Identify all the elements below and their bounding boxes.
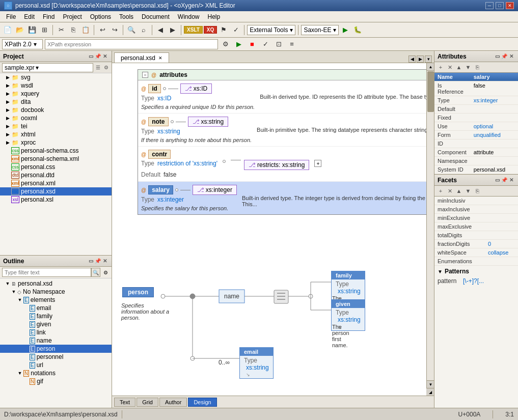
validate-button[interactable]: ⚑	[218, 24, 229, 36]
tree-ooxml[interactable]: ▶ 📁 ooxml	[0, 114, 112, 122]
tree-wsdl[interactable]: ▶ 📁 wsdl	[0, 81, 112, 90]
tab-design[interactable]: Design	[188, 398, 216, 407]
external-tools-dropdown[interactable]: External Tools ▾	[247, 25, 295, 35]
outline-settings-button[interactable]: ⚙	[101, 268, 110, 276]
menu-document[interactable]: Document	[138, 12, 174, 21]
attr-add-button[interactable]: +	[437, 63, 445, 71]
copy-button[interactable]: ⎘	[68, 24, 79, 36]
outline-notations[interactable]: ▼ N notations	[0, 369, 112, 377]
attr-row-use[interactable]: Use optional	[434, 122, 518, 131]
canvas-scroll-area[interactable]: − @ attributes @ id	[112, 63, 426, 396]
facet-row-totaldigits[interactable]: totalDigits	[434, 231, 518, 240]
tree-personal-xsl[interactable]: xsl personal.xsl	[0, 195, 112, 204]
close-button[interactable]: ✕	[506, 2, 514, 9]
facets-down-button[interactable]: ▼	[464, 187, 472, 195]
project-settings-button[interactable]: ⚙	[102, 64, 110, 71]
facets-restore-button[interactable]: ▭	[494, 177, 501, 184]
outline-person[interactable]: E person	[0, 345, 112, 353]
outline-search-button[interactable]: 🔍	[91, 268, 100, 277]
check-button[interactable]: ✓	[230, 24, 241, 36]
outline-elements[interactable]: ▼ E elements	[0, 296, 112, 304]
forward-button[interactable]: ▶	[167, 24, 178, 36]
tree-personal-dtd[interactable]: dtd personal.dtd	[0, 171, 112, 179]
attr-row-namespace[interactable]: Namespace	[434, 157, 518, 165]
menu-help[interactable]: Help	[204, 12, 225, 21]
maximize-button[interactable]: □	[496, 2, 504, 9]
tree-docbook[interactable]: ▶ 📁 docbook	[0, 106, 112, 114]
attr-row-fixed[interactable]: Fixed	[434, 114, 518, 122]
menu-options[interactable]: Options	[86, 12, 115, 21]
tree-xquery[interactable]: ▶ 📁 xquery	[0, 90, 112, 98]
facet-row-maxexclusive[interactable]: maxExclusive	[434, 222, 518, 231]
outline-family[interactable]: E family	[0, 312, 112, 320]
attr-copy-button[interactable]: ⎘	[473, 63, 481, 71]
attr-pin-button[interactable]: 📌	[501, 53, 508, 60]
attr-row-sysid[interactable]: System ID personal.xsd	[434, 165, 518, 174]
patterns-toggle-icon[interactable]: ▼	[438, 269, 443, 274]
tree-personal-xml[interactable]: xml personal.xml	[0, 179, 112, 187]
xpath-check-button[interactable]: ⊡	[273, 39, 284, 50]
minimize-button[interactable]: ─	[485, 2, 494, 9]
attr-up-button[interactable]: ▲	[455, 63, 463, 71]
editor-content[interactable]: − @ attributes @ id	[112, 63, 434, 396]
new-button[interactable]: 📄	[2, 24, 13, 36]
save-all-button[interactable]: ⊞	[39, 24, 50, 36]
outline-given[interactable]: E given	[0, 320, 112, 328]
outline-root[interactable]: ▼ 🗎 personal.xsd	[0, 279, 112, 288]
tree-personal-schema-css[interactable]: css personal-schema.css	[0, 147, 112, 155]
attr-row-isref[interactable]: Is Reference false	[434, 81, 518, 96]
menu-project[interactable]: Project	[59, 12, 86, 21]
facet-row-mininclusiv[interactable]: minInclusiv	[434, 197, 518, 205]
project-close-button[interactable]: ✕	[101, 53, 108, 60]
xpath-settings-button[interactable]: ⚙	[220, 39, 231, 50]
save-button[interactable]: 💾	[26, 24, 38, 36]
back-button[interactable]: ◀	[155, 24, 166, 36]
tab-nav-menu[interactable]: ▾	[425, 55, 432, 63]
outline-gif[interactable]: N gif	[0, 377, 112, 385]
attr-remove-button[interactable]: ✕	[446, 63, 454, 71]
attr-close-button[interactable]: ✕	[508, 53, 515, 60]
menu-tools[interactable]: Tools	[115, 12, 138, 21]
xq-button[interactable]: XQ	[204, 26, 217, 34]
tab-nav-prev[interactable]: ◀	[408, 55, 416, 63]
replace-button[interactable]: ⌕	[138, 24, 149, 36]
outline-search-input[interactable]	[2, 268, 91, 277]
tab-author[interactable]: Author	[159, 398, 187, 407]
find-button[interactable]: 🔍	[126, 24, 137, 36]
menu-edit[interactable]: Edit	[20, 12, 39, 21]
facets-add-button[interactable]: +	[437, 187, 445, 195]
project-pin-button[interactable]: 📌	[94, 53, 101, 60]
scroll-thumb[interactable]	[427, 71, 434, 112]
facets-remove-button[interactable]: ✕	[446, 187, 454, 195]
scroll-down-button[interactable]: ▼	[427, 380, 434, 388]
redo-button[interactable]: ↪	[109, 24, 120, 36]
tab-nav-next[interactable]: ▶	[417, 55, 424, 63]
attributes-collapse-btn[interactable]: −	[142, 72, 148, 78]
debug-button[interactable]: 🐛	[352, 24, 363, 36]
facet-row-maxinclusive[interactable]: maxInclusive	[434, 205, 518, 214]
tree-xproc[interactable]: ▶ 📁 xproc	[0, 138, 112, 147]
attr-row-default[interactable]: Default	[434, 105, 518, 114]
attr-row-component[interactable]: Component attribute	[434, 148, 518, 157]
project-restore-button[interactable]: ▭	[87, 53, 94, 60]
facet-row-whitespace[interactable]: whiteSpace collapse	[434, 248, 518, 257]
facets-up-button[interactable]: ▲	[455, 187, 463, 195]
tree-xhtml[interactable]: ▶ 📁 xhtml	[0, 130, 112, 138]
outline-namespace[interactable]: ▼ ◇ No Namespace	[0, 288, 112, 296]
xpath-validate-button[interactable]: ✓	[260, 39, 271, 50]
tab-close-icon[interactable]: ✕	[158, 55, 162, 61]
xpath-version-dropdown[interactable]: XPath 2.0 ▾	[2, 39, 43, 49]
project-list-button[interactable]: ☰	[94, 64, 101, 71]
tree-personal-schema-xml[interactable]: xml personal-schema.xml	[0, 155, 112, 163]
outline-restore-button[interactable]: ▭	[87, 258, 94, 265]
facet-row-minexclusive[interactable]: minExclusive	[434, 214, 518, 222]
vertical-scrollbar[interactable]: ▲ ▼ ◢	[426, 63, 434, 396]
attr-salary-row[interactable]: @ salary ⎇ xs:integer	[138, 182, 426, 214]
facet-row-enumerations[interactable]: Enumerations	[434, 257, 518, 266]
tree-dita[interactable]: ▶ 📁 dita	[0, 98, 112, 106]
facets-pin-button[interactable]: 📌	[501, 177, 508, 184]
paste-button[interactable]: 📋	[80, 24, 91, 36]
run-button[interactable]: ▶	[340, 24, 351, 36]
outline-close-button[interactable]: ✕	[101, 258, 108, 265]
undo-button[interactable]: ↩	[97, 24, 108, 36]
